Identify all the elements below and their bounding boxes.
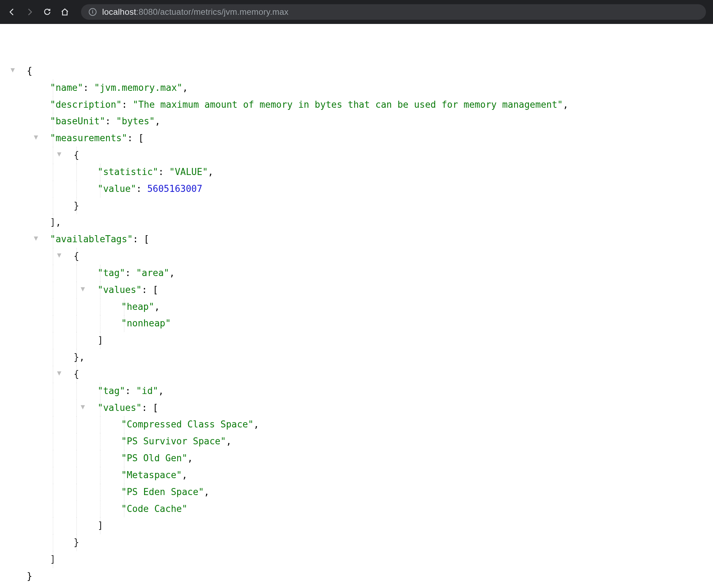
json-viewer: ▼{ "name": "jvm.memory.max", "descriptio…: [0, 24, 713, 588]
json-line: ▼"measurements": [: [12, 130, 701, 147]
json-line: "PS Old Gen",: [12, 450, 701, 467]
json-line: },: [12, 349, 701, 366]
json-line: "Compressed Class Space",: [12, 416, 701, 433]
forward-button[interactable]: [25, 7, 35, 17]
collapse-toggle-icon[interactable]: ▼: [57, 249, 61, 262]
collapse-toggle-icon[interactable]: ▼: [81, 282, 85, 295]
address-bar[interactable]: i localhost:8080/actuator/metrics/jvm.me…: [81, 4, 706, 20]
url-text: localhost:8080/actuator/metrics/jvm.memo…: [102, 7, 289, 17]
json-line: ▼{: [12, 147, 701, 164]
collapse-toggle-icon[interactable]: ▼: [81, 400, 85, 413]
collapse-toggle-icon[interactable]: ▼: [11, 63, 15, 76]
home-button[interactable]: [60, 7, 70, 17]
json-line: ▼{: [12, 248, 701, 265]
back-button[interactable]: [7, 7, 17, 17]
json-line: ▼{: [12, 366, 701, 383]
json-line: "PS Survivor Space",: [12, 433, 701, 450]
browser-toolbar: i localhost:8080/actuator/metrics/jvm.me…: [0, 0, 713, 24]
collapse-toggle-icon[interactable]: ▼: [34, 131, 38, 144]
collapse-toggle-icon[interactable]: ▼: [34, 232, 38, 245]
json-line: ]: [12, 551, 701, 568]
json-line: ▼"values": [: [12, 400, 701, 417]
json-line: "heap",: [12, 299, 701, 315]
json-line: "Code Cache": [12, 501, 701, 518]
json-line: "tag": "id",: [12, 383, 701, 400]
site-info-icon[interactable]: i: [89, 8, 97, 16]
collapse-toggle-icon[interactable]: ▼: [57, 367, 61, 380]
reload-button[interactable]: [42, 7, 52, 17]
json-line: "Metaspace",: [12, 467, 701, 484]
json-line: }: [12, 568, 701, 585]
json-line: "statistic": "VALUE",: [12, 164, 701, 181]
json-line: ▼"values": [: [12, 282, 701, 299]
json-line: ▼{: [12, 63, 701, 80]
json-line: "description": "The maximum amount of me…: [12, 96, 701, 113]
json-line: }: [12, 198, 701, 214]
json-line: ▼"availableTags": [: [12, 231, 701, 248]
json-line: }: [12, 534, 701, 551]
json-line: ],: [12, 214, 701, 231]
json-line: "PS Eden Space",: [12, 484, 701, 501]
collapse-toggle-icon[interactable]: ▼: [57, 148, 61, 161]
json-line: "baseUnit": "bytes",: [12, 113, 701, 130]
json-line: ]: [12, 332, 701, 349]
json-line: "value": 5605163007: [12, 181, 701, 198]
json-line: "name": "jvm.memory.max",: [12, 80, 701, 96]
json-line: ]: [12, 517, 701, 534]
json-line: "tag": "area",: [12, 265, 701, 282]
json-line: "nonheap": [12, 315, 701, 332]
